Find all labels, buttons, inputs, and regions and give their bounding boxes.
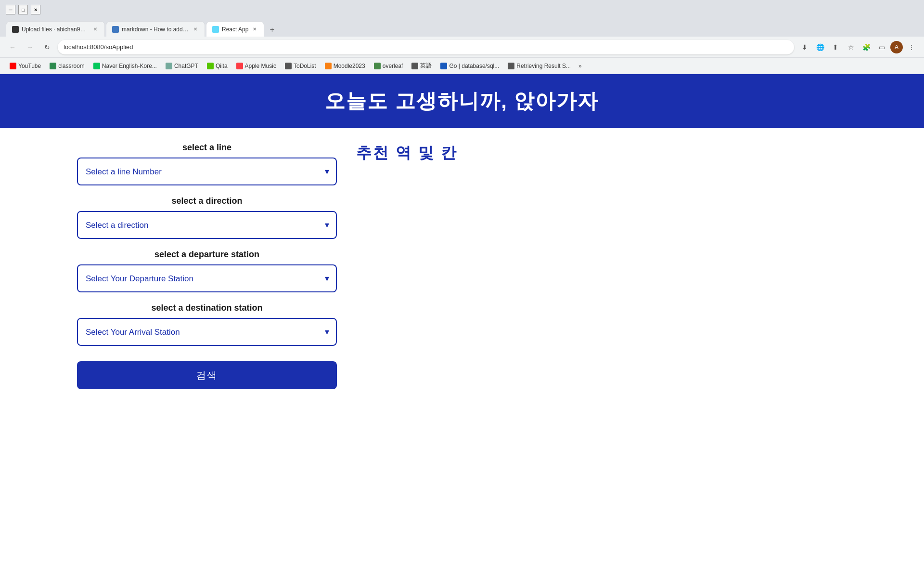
- line-section-label: select a line: [77, 143, 337, 153]
- right-panel-title: 추천 역 및 칸: [356, 143, 847, 164]
- extensions-button[interactable]: 🧩: [860, 40, 873, 54]
- translate-button[interactable]: 🌐: [813, 40, 827, 54]
- bookmark-naver-label: Naver English-Kore...: [102, 63, 157, 69]
- bookmark-button[interactable]: ☆: [844, 40, 858, 54]
- back-button[interactable]: ←: [6, 40, 19, 54]
- tab-1-title: Upload files · abichan99/soApp...: [22, 26, 89, 33]
- close-button[interactable]: ✕: [31, 5, 40, 14]
- title-bar: ─ □ ✕: [0, 0, 924, 19]
- minimize-button[interactable]: ─: [6, 5, 15, 14]
- direction-select-wrapper: Select a direction: [77, 211, 337, 239]
- overleaf-favicon: [374, 63, 381, 69]
- bookmark-chatgpt[interactable]: ChatGPT: [162, 62, 202, 70]
- bookmarks-bar: YouTube classroom Naver English-Kore... …: [0, 58, 924, 74]
- destination-select-wrapper: Select Your Arrival Station: [77, 318, 337, 346]
- go-favicon: [440, 63, 447, 69]
- departure-select-wrapper: Select Your Departure Station: [77, 264, 337, 292]
- maximize-button[interactable]: □: [18, 5, 28, 14]
- profile-avatar[interactable]: A: [890, 41, 903, 53]
- app-body: select a line Select a line Number selec…: [0, 128, 924, 404]
- tab-3-title: React App: [222, 26, 248, 33]
- tab-1[interactable]: Upload files · abichan99/soApp... ✕: [6, 21, 105, 37]
- address-input[interactable]: [58, 40, 794, 54]
- bookmark-moodle[interactable]: Moodle2023: [321, 62, 369, 70]
- tab-1-close[interactable]: ✕: [92, 26, 99, 33]
- bookmark-qiita-label: Qiita: [216, 63, 228, 69]
- bookmark-youtube-label: YouTube: [18, 63, 41, 69]
- bookmark-eigo[interactable]: 英語: [408, 61, 436, 71]
- line-select-wrapper: Select a line Number: [77, 158, 337, 185]
- window-controls[interactable]: ─ □ ✕: [6, 5, 40, 14]
- bookmark-retrieve[interactable]: Retrieving Result S...: [504, 62, 575, 70]
- app-header-title: 오늘도 고생하니까, 앉아가자: [10, 88, 914, 115]
- forward-button[interactable]: →: [23, 40, 37, 54]
- bookmark-moodle-label: Moodle2023: [334, 63, 365, 69]
- bookmark-applemusic-label: Apple Music: [245, 63, 276, 69]
- bookmark-overleaf-label: overleaf: [383, 63, 403, 69]
- address-bar: ← → ↻ ⬇ 🌐 ⬆ ☆ 🧩 ▭ A ⋮: [0, 37, 924, 58]
- chatgpt-favicon: [166, 63, 172, 69]
- tab-favicon-react: [212, 26, 219, 33]
- eigo-favicon: [411, 63, 418, 69]
- app-header: 오늘도 고생하니까, 앉아가자: [0, 74, 924, 128]
- browser-chrome: ─ □ ✕ Upload files · abichan99/soApp... …: [0, 0, 924, 74]
- bookmark-todolist[interactable]: ToDoList: [281, 62, 320, 70]
- bookmark-overleaf[interactable]: overleaf: [370, 62, 407, 70]
- new-tab-button[interactable]: +: [265, 23, 279, 37]
- bookmark-go[interactable]: Go | database/sql...: [436, 62, 503, 70]
- tab-favicon-markdown: [112, 26, 119, 33]
- app-content: 오늘도 고생하니까, 앉아가자 select a line Select a l…: [0, 74, 924, 404]
- todolist-favicon: [285, 63, 292, 69]
- reload-button[interactable]: ↻: [40, 40, 54, 54]
- qiita-favicon: [207, 63, 214, 69]
- naver-favicon: [93, 63, 100, 69]
- share-button[interactable]: ⬆: [829, 40, 842, 54]
- direction-select[interactable]: Select a direction: [77, 211, 337, 239]
- bookmark-naver[interactable]: Naver English-Kore...: [90, 62, 161, 70]
- left-panel: select a line Select a line Number selec…: [77, 143, 337, 389]
- departure-section-label: select a departure station: [77, 250, 337, 260]
- youtube-favicon: [10, 63, 16, 69]
- bookmark-chatgpt-label: ChatGPT: [174, 63, 198, 69]
- more-bookmarks-button[interactable]: »: [576, 62, 585, 70]
- line-select[interactable]: Select a line Number: [77, 158, 337, 185]
- bookmark-qiita[interactable]: Qiita: [203, 62, 231, 70]
- bookmark-retrieve-label: Retrieving Result S...: [516, 63, 571, 69]
- tab-3-close[interactable]: ✕: [251, 26, 258, 33]
- right-panel: 추천 역 및 칸: [356, 143, 847, 389]
- moodle-favicon: [325, 63, 332, 69]
- menu-button[interactable]: ⋮: [905, 40, 918, 54]
- tab-2-title: markdown - How to add imag...: [122, 26, 189, 33]
- bookmark-applemusic[interactable]: Apple Music: [232, 62, 280, 70]
- applemusic-favicon: [236, 63, 243, 69]
- bookmark-eigo-label: 英語: [420, 62, 432, 70]
- tab-2[interactable]: markdown - How to add imag... ✕: [106, 21, 205, 37]
- bookmark-classroom[interactable]: classroom: [46, 62, 89, 70]
- tab-3[interactable]: React App ✕: [206, 21, 264, 37]
- sidebar-button[interactable]: ▭: [875, 40, 888, 54]
- direction-section-label: select a direction: [77, 196, 337, 206]
- tabs-bar: Upload files · abichan99/soApp... ✕ mark…: [0, 19, 924, 37]
- toolbar-right: ⬇ 🌐 ⬆ ☆ 🧩 ▭ A ⋮: [798, 40, 918, 54]
- search-button[interactable]: 검색: [77, 361, 337, 389]
- tab-favicon-github: [12, 26, 19, 33]
- download-button[interactable]: ⬇: [798, 40, 811, 54]
- destination-select[interactable]: Select Your Arrival Station: [77, 318, 337, 346]
- bookmark-classroom-label: classroom: [58, 63, 85, 69]
- bookmark-youtube[interactable]: YouTube: [6, 62, 45, 70]
- destination-section-label: select a destination station: [77, 303, 337, 313]
- classroom-favicon: [50, 63, 56, 69]
- tab-2-close[interactable]: ✕: [192, 26, 199, 33]
- departure-select[interactable]: Select Your Departure Station: [77, 264, 337, 292]
- retrieve-favicon: [508, 63, 514, 69]
- bookmark-go-label: Go | database/sql...: [449, 63, 499, 69]
- bookmark-todolist-label: ToDoList: [294, 63, 316, 69]
